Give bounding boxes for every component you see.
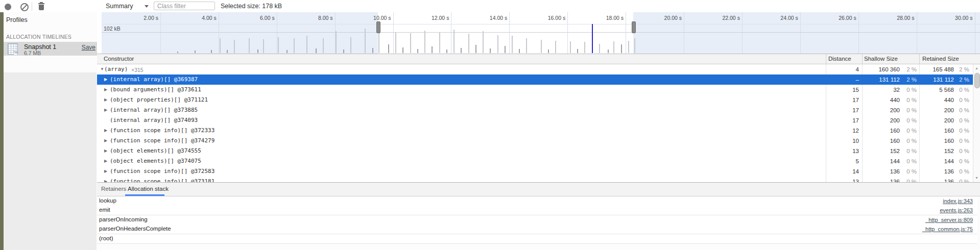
distance-value: 10 xyxy=(828,138,859,144)
tab-allocation-stack[interactable]: Allocation stack xyxy=(128,186,169,192)
allocation-bar xyxy=(439,33,440,53)
delete-profile-icon[interactable] xyxy=(38,2,45,11)
allocation-bar xyxy=(211,50,212,53)
shallow-size-percent: 2 % xyxy=(901,66,917,72)
constructor-name: (internal array)[] @369387 xyxy=(110,76,198,83)
table-row[interactable]: ▶(object elements)[] @37407551440 %1440 … xyxy=(97,156,973,166)
retained-size-value: 131 112 xyxy=(918,77,954,83)
shallow-size-percent: 0 % xyxy=(901,107,917,113)
shallow-size-value: 152 xyxy=(864,148,900,154)
grid-scrollbar[interactable]: ▲ ▼ xyxy=(973,64,980,182)
table-row[interactable]: (internal array)[] @374093172000 %2000 % xyxy=(97,115,973,126)
table-row[interactable]: ▶(function scope info)[] @372583141360 %… xyxy=(97,166,973,177)
expand-icon[interactable]: ▶ xyxy=(104,148,107,153)
table-row[interactable]: ▶(function scope info)[] @374279101600 %… xyxy=(97,136,973,146)
timeline-gridline xyxy=(509,12,510,54)
ruler-tick-label: 18.00 s xyxy=(581,15,624,21)
constructor-name: (internal array)[] @373885 xyxy=(110,107,198,113)
table-row[interactable]: ▼(array)×3154160 3602 %165 4882 % xyxy=(97,64,973,74)
retained-size-percent: 0 % xyxy=(954,179,969,182)
expand-icon[interactable]: ▶ xyxy=(104,108,107,112)
retained-size-value: 165 488 xyxy=(918,66,954,72)
toolbar-divider xyxy=(32,2,32,11)
class-filter-input[interactable] xyxy=(154,2,215,10)
retained-size-percent: 0 % xyxy=(954,107,969,113)
table-row[interactable]: ▶(function scope info)[] @372333121600 %… xyxy=(97,126,973,136)
table-row[interactable]: ▶(bound arguments)[] @37361115320 %5 568… xyxy=(97,85,973,95)
allocation-timeline-overview[interactable]: 102 kB 2.00 s4.00 s6.00 s8.00 s10.00 s12… xyxy=(97,12,980,54)
selection-handle-left[interactable] xyxy=(376,21,380,33)
expand-icon[interactable]: ▶ xyxy=(104,138,107,143)
memory-gridline-label: 102 kB xyxy=(104,26,121,32)
scroll-down-icon[interactable]: ▼ xyxy=(975,176,978,180)
constructor-name: (function scope info)[] @372333 xyxy=(110,127,214,134)
timeline-gridline xyxy=(393,12,394,54)
table-row[interactable]: ▶(internal array)[] @373885172000 %2000 … xyxy=(97,105,973,115)
allocation-bar xyxy=(432,46,433,53)
source-location-link[interactable]: events.js:263 xyxy=(940,207,973,213)
distance-value: 13 xyxy=(828,179,859,182)
scroll-up-icon[interactable]: ▲ xyxy=(975,66,978,70)
column-header-constructor[interactable]: Constructor xyxy=(104,56,134,62)
perspective-select[interactable]: Summary xyxy=(106,3,133,10)
column-header-retained-size[interactable]: Retained Size xyxy=(922,56,959,62)
column-header-distance[interactable]: Distance xyxy=(828,56,851,62)
shallow-size-value: 200 xyxy=(864,107,900,113)
selection-handle-right[interactable] xyxy=(632,21,636,33)
stack-frame-row[interactable]: parserOnHeadersComplete_http_common.js:7… xyxy=(97,224,977,234)
devtools-memory-panel: Summary Selected size: 178 kB Profiles A… xyxy=(0,0,980,250)
table-row[interactable]: ▶(internal array)[] @369387–131 1122 %13… xyxy=(97,74,973,85)
save-link[interactable]: Save xyxy=(82,44,95,51)
expand-icon[interactable]: ▶ xyxy=(104,87,107,92)
allocation-stack-pane: lookupindex.js:343emitevents.js:263parse… xyxy=(97,196,980,250)
expand-icon[interactable]: ▶ xyxy=(104,97,107,102)
record-button[interactable] xyxy=(5,4,11,10)
shallow-size-percent: 0 % xyxy=(901,87,917,93)
collapse-icon[interactable]: ▼ xyxy=(100,67,104,71)
table-row[interactable]: ▶(object elements)[] @374555131520 %1520… xyxy=(97,146,973,156)
allocation-bar xyxy=(177,52,178,53)
retained-size-percent: 0 % xyxy=(954,97,969,103)
allocation-bar xyxy=(220,38,221,53)
timeline-gridline xyxy=(451,12,451,54)
column-header-shallow-size[interactable]: Shallow Size xyxy=(864,56,898,62)
grid-header: Constructor Distance Shallow Size Retain… xyxy=(97,54,980,64)
source-location-link[interactable]: _http_common.js:75 xyxy=(922,226,973,232)
clear-profiles-icon[interactable] xyxy=(20,3,29,11)
source-location-link[interactable]: index.js:343 xyxy=(943,198,973,204)
sidebar-item-snapshot-1[interactable]: % Snapshot 1 6.7 MB Save xyxy=(4,42,97,56)
shallow-size-value: 144 xyxy=(864,158,900,164)
allocation-bar xyxy=(323,38,324,53)
source-location-link[interactable]: _http_server.js:809 xyxy=(925,217,973,223)
allocation-bar xyxy=(577,49,578,53)
distance-value: 14 xyxy=(828,168,859,174)
selected-size-label: Selected size: 178 kB xyxy=(221,3,282,10)
table-row[interactable]: ▶(object properties)[] @371121174400 %44… xyxy=(97,95,973,105)
stack-frame-row[interactable]: (root) xyxy=(97,234,977,244)
constructor-name: (object elements)[] @374555 xyxy=(110,147,201,154)
table-row[interactable]: ▶(function scope info)[] @373181131360 %… xyxy=(97,177,973,182)
timeline-gridline xyxy=(567,12,568,54)
shallow-size-value: 160 xyxy=(864,128,900,134)
tab-retainers[interactable]: Retainers xyxy=(101,186,126,192)
stack-frame-row[interactable]: emitevents.js:263 xyxy=(97,206,977,215)
stack-frame-row[interactable]: parserOnIncoming_http_server.js:809 xyxy=(97,215,977,225)
shallow-size-percent: 0 % xyxy=(901,128,917,134)
shallow-size-value: 32 xyxy=(864,87,900,93)
distance-value: 17 xyxy=(828,107,859,113)
expand-icon[interactable]: ▶ xyxy=(104,159,107,163)
retained-size-percent: 2 % xyxy=(954,77,969,83)
expand-icon[interactable]: ▶ xyxy=(104,169,107,173)
page-background-edge xyxy=(0,12,4,250)
expand-icon[interactable]: ▶ xyxy=(104,77,107,82)
stack-frame-row[interactable]: lookupindex.js:343 xyxy=(97,196,977,206)
expand-icon[interactable]: ▶ xyxy=(104,128,107,133)
column-separator xyxy=(826,54,826,64)
allocation-bar xyxy=(548,49,549,53)
retained-size-value: 200 xyxy=(918,117,954,123)
retained-size-percent: 0 % xyxy=(954,87,969,93)
stack-function-name: emit xyxy=(99,207,110,213)
scrollbar-thumb[interactable] xyxy=(974,73,980,88)
shallow-size-value: 136 xyxy=(864,168,900,174)
allocation-bar xyxy=(343,49,344,53)
